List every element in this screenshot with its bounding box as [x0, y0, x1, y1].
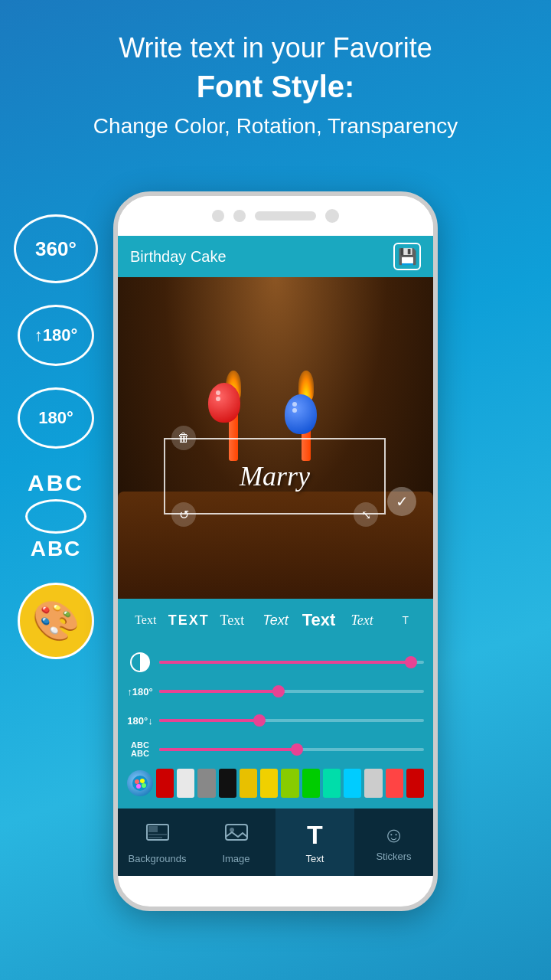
palette-icon: 🎨	[18, 583, 94, 659]
app-title: Birthday Cake	[130, 248, 227, 266]
font-style-italic[interactable]: Text	[254, 612, 298, 629]
svg-rect-8	[148, 834, 167, 835]
opacity-slider-row	[127, 648, 424, 677]
color-swatch-silver[interactable]	[364, 769, 382, 798]
stickers-icon: ☺	[383, 823, 405, 848]
svg-point-1	[132, 776, 148, 791]
textsize-slider-row: ABCABC	[127, 735, 424, 764]
phone-mockup: Birthday Cake 💾	[113, 191, 438, 911]
nav-backgrounds[interactable]: Backgrounds	[118, 808, 197, 876]
rotation2-slider-row: 180°↓	[127, 706, 424, 735]
phone-camera-dot	[325, 209, 339, 223]
textsize-icon: ABCABC	[127, 737, 153, 763]
text-label: Text	[306, 853, 324, 864]
promo-line2: Font Style:	[46, 67, 505, 106]
abc-text-icon: ABC ABC	[25, 470, 86, 561]
nav-image[interactable]: Image	[197, 808, 276, 876]
font-style-extra[interactable]: T	[383, 614, 427, 626]
font-style-strip: Text TEXT Text Text Text Text T	[118, 599, 433, 642]
delete-text-button[interactable]: 🗑	[171, 426, 196, 450]
opacity-icon	[127, 649, 153, 675]
text-nav-icon: T	[307, 820, 323, 850]
promo-text-block: Write text in your Favorite Font Style: …	[0, 0, 551, 154]
rotation-360-badge: 360°	[14, 214, 98, 283]
bottom-navigation: Backgrounds Image T Text ☺ Stickers	[118, 808, 433, 876]
svg-point-3	[140, 779, 145, 783]
phone-dot-1	[212, 210, 224, 222]
textsize-slider[interactable]	[159, 748, 424, 751]
phone-top-bar	[118, 196, 433, 236]
promo-line1: Write text in your Favorite	[46, 31, 505, 67]
rotation-180-down-badge: 180°	[18, 387, 94, 449]
font-style-large[interactable]: Text	[297, 610, 341, 630]
rotation2-icon: 180°↓	[127, 707, 153, 733]
rotation1-slider[interactable]	[159, 690, 424, 693]
font-style-bold[interactable]: TEXT	[168, 612, 211, 629]
svg-rect-7	[148, 826, 158, 832]
svg-point-5	[136, 784, 141, 789]
svg-rect-9	[148, 837, 162, 838]
rotation-180-up-badge: ↑180°	[18, 305, 94, 366]
promo-line3: Change Color, Rotation, Transparency	[46, 114, 505, 139]
balloon-red	[208, 383, 240, 423]
rotation2-slider[interactable]	[159, 719, 424, 722]
resize-text-button[interactable]: ⤡	[354, 502, 378, 527]
stickers-label: Stickers	[376, 851, 411, 862]
text-overlay-box[interactable]: 🗑 ↺ ⤡ Marry	[164, 438, 386, 514]
controls-section: ↑180° 180°↓ ABCABC	[118, 642, 433, 808]
svg-point-2	[135, 779, 139, 784]
color-swatch-lime[interactable]	[281, 769, 298, 798]
phone-speaker-bar	[255, 211, 316, 220]
color-swatch-teal[interactable]	[323, 769, 341, 798]
nav-text[interactable]: T Text	[276, 808, 354, 876]
phone-dot-2	[233, 210, 246, 222]
svg-point-4	[142, 783, 146, 788]
save-button[interactable]: 💾	[393, 243, 421, 270]
color-swatch-yellow2[interactable]	[260, 769, 278, 798]
color-swatch-black[interactable]	[219, 769, 236, 798]
image-label: Image	[222, 853, 249, 864]
overlay-text: Marry	[240, 460, 310, 492]
svg-rect-10	[226, 825, 247, 840]
image-canvas[interactable]: 🗑 ↺ ⤡ Marry ✓	[118, 277, 433, 599]
opacity-slider[interactable]	[159, 661, 424, 664]
rotate-text-button[interactable]: ↺	[171, 502, 196, 527]
left-icon-panel: 360° ↑180° 180° ABC ABC 🎨	[14, 214, 98, 659]
font-style-script[interactable]: Text	[124, 613, 168, 627]
image-icon	[224, 820, 249, 850]
rotation1-slider-row: ↑180°	[127, 677, 424, 706]
color-swatch-darkred[interactable]	[406, 769, 424, 798]
color-swatch-cyan[interactable]	[344, 769, 361, 798]
color-swatch-green[interactable]	[302, 769, 320, 798]
confirm-text-button[interactable]: ✓	[387, 487, 416, 516]
balloon-blue	[285, 394, 317, 434]
color-row	[127, 764, 424, 802]
rotation1-icon: ↑180°	[127, 678, 153, 704]
color-swatch-red[interactable]	[386, 769, 403, 798]
app-header: Birthday Cake 💾	[118, 236, 433, 277]
backgrounds-icon	[145, 820, 170, 850]
color-swatch-gray[interactable]	[197, 769, 215, 798]
color-swatch-light-gray[interactable]	[177, 769, 194, 798]
font-style-times[interactable]: Text	[341, 612, 384, 629]
nav-stickers[interactable]: ☺ Stickers	[354, 808, 433, 876]
backgrounds-label: Backgrounds	[129, 853, 187, 864]
color-swatch-red-dark[interactable]	[156, 769, 174, 798]
color-swatch-yellow[interactable]	[240, 769, 257, 798]
font-style-serif[interactable]: Text	[210, 612, 254, 629]
color-palette-button[interactable]	[127, 770, 153, 796]
abc-oval	[25, 499, 86, 534]
